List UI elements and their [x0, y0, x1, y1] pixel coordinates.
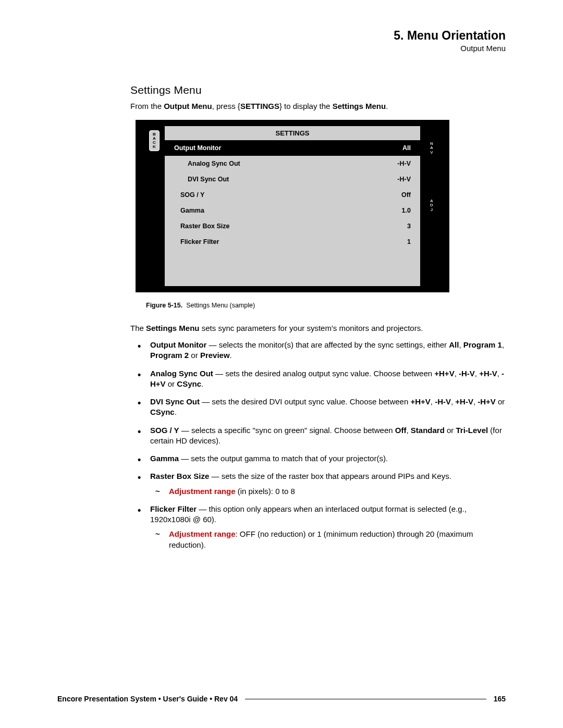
menu-row-output-monitor: Output MonitorAll [165, 140, 420, 156]
description-paragraph: The Settings Menu sets sync parameters f… [130, 324, 506, 332]
menu-row-raster: Raster Box Size3 [165, 218, 420, 234]
menu-row-sog: SOG / YOff [165, 187, 420, 203]
section-heading: Settings Menu [130, 84, 506, 96]
bullet-analog-sync: Analog Sync Out — sets the desired analo… [130, 368, 506, 390]
bullet-gamma: Gamma — sets the output gamma to match t… [130, 453, 506, 464]
bullet-list: Output Monitor — selects the monitor(s) … [130, 340, 506, 550]
figure-caption: Figure 5-15. Settings Menu (sample) [146, 302, 506, 309]
page-footer: Encore Presentation System • User's Guid… [57, 695, 506, 703]
chapter-subtitle: Output Menu [130, 44, 506, 53]
chapter-title: 5. Menu Orientation [130, 29, 506, 43]
menu-row-gamma: Gamma1.0 [165, 203, 420, 218]
sub-flicker-range: Adjustment range: OFF (no reduction) or … [150, 529, 506, 550]
settings-menu-figure: B A C K SETTINGS Output MonitorAll Analo… [136, 120, 449, 292]
bullet-output-monitor: Output Monitor — selects the monitor(s) … [130, 340, 506, 361]
menu-row-dvi-sync: DVI Sync Out-H-V [165, 171, 420, 187]
bullet-dvi-sync: DVI Sync Out — sets the desired DVI outp… [130, 397, 506, 418]
bullet-raster: Raster Box Size — sets the size of the r… [130, 471, 506, 497]
footer-text: Encore Presentation System • User's Guid… [57, 695, 238, 703]
sub-raster-range: Adjustment range (in pixels): 0 to 8 [150, 486, 506, 497]
menu-title: SETTINGS [165, 126, 420, 140]
bullet-flicker: Flicker Filter — this option only appear… [130, 504, 506, 550]
bullet-sog: SOG / Y — selects a specific "sync on gr… [130, 425, 506, 447]
nav-label: NAV [420, 142, 443, 155]
menu-row-flicker: Flicker Filter1 [165, 234, 420, 250]
adj-label: ADJ [420, 199, 443, 212]
back-button: B A C K [149, 130, 160, 151]
page-number: 165 [494, 695, 506, 703]
menu-row-analog-sync: Analog Sync Out-H-V [165, 156, 420, 171]
intro-paragraph: From the Output Menu, press {SETTINGS} t… [130, 102, 506, 110]
